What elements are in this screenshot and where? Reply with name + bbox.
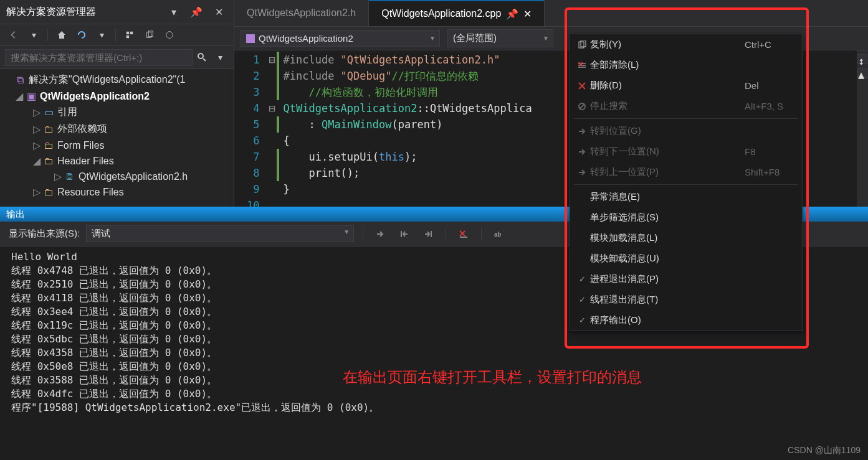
tree-item[interactable]: ◢🗀Header Files (0, 153, 234, 169)
split-icon[interactable]: ↕ (857, 54, 867, 64)
cpp-icon (246, 34, 255, 43)
check-icon (574, 275, 590, 284)
solution-explorer-title: 解决方案资源管理器 (6, 6, 96, 19)
solution-explorer-header: 解决方案资源管理器 ▾ 📌 ✕ (0, 0, 234, 24)
delete-icon (574, 82, 590, 90)
tree-item[interactable]: ◢▣QtWidgetsApplication2 (0, 88, 234, 104)
editor-tabs: QtWidgetsApplication2.hQtWidgetsApplicat… (234, 0, 868, 26)
show-all-icon[interactable] (121, 27, 138, 43)
back-icon[interactable] (5, 27, 22, 43)
tree-item[interactable]: ▷🗀Form Files (0, 138, 234, 153)
solution-tree: ⧉解决方案"QtWidgetsApplication2"(1◢▣QtWidget… (0, 69, 234, 207)
svg-line-22 (579, 104, 584, 109)
clear-icon (574, 61, 590, 70)
watermark: CSDN @山南1109 (788, 445, 861, 456)
pin-icon[interactable]: 📌 (188, 4, 205, 20)
check-icon (574, 316, 590, 325)
close-icon[interactable]: ✕ (523, 8, 532, 20)
tree-item[interactable]: ▷🗀Resource Files (0, 184, 234, 200)
dropdown-icon[interactable]: ▾ (93, 27, 110, 43)
editor-tab[interactable]: QtWidgetsApplication2.h (234, 0, 369, 26)
search-input[interactable] (5, 49, 193, 66)
solution-toolbar: ▾ ▾ (0, 24, 234, 46)
output-source-combo[interactable]: 调试 ▼ (86, 225, 354, 242)
chevron-down-icon: ▼ (543, 35, 549, 42)
context-menu-item[interactable]: 全部清除(L) (570, 55, 802, 75)
prev-icon[interactable] (396, 226, 413, 242)
chevron-down-icon: ▼ (343, 228, 350, 235)
nav-icon[interactable]: ▲ (857, 68, 867, 78)
editor-tab[interactable]: QtWidgetsApplication2.cpp📌✕ (369, 0, 545, 26)
search-icon[interactable] (193, 49, 211, 66)
context-menu-item: 转到下一位置(N)F8 (570, 141, 802, 162)
stop-icon (574, 102, 590, 111)
goto-icon[interactable] (372, 226, 389, 242)
context-menu-item[interactable]: 进程退出消息(P) (570, 269, 802, 289)
context-menu-item[interactable]: 模块加载消息(L) (570, 228, 802, 248)
context-menu-item: 转到位置(G) (570, 121, 802, 141)
tree-item[interactable]: ▷▭引用 (0, 104, 234, 121)
home-icon[interactable] (53, 27, 70, 43)
search-row: ▾ (0, 46, 234, 69)
context-menu-item[interactable]: 复制(Y)Ctrl+C (570, 34, 802, 55)
right-gutter: ↕ ▲ (857, 50, 868, 207)
project-combo[interactable]: QtWidgetsApplication2 ▼ (241, 30, 440, 47)
scope-combo[interactable]: (全局范围) ▼ (447, 29, 553, 47)
clear-icon[interactable] (455, 226, 472, 242)
svg-rect-1 (130, 32, 133, 34)
svg-rect-0 (126, 32, 129, 34)
context-menu-item[interactable]: 异常消息(E) (570, 187, 802, 207)
context-menu-item[interactable]: 单步筛选消息(S) (570, 207, 802, 228)
svg-point-5 (198, 54, 203, 59)
copy-icon (574, 40, 590, 49)
context-menu-item[interactable]: 模块卸载消息(U) (570, 248, 802, 269)
chevron-down-icon: ▼ (429, 35, 436, 42)
context-menu-item: 停止搜索Alt+F3, S (570, 96, 802, 116)
close-icon[interactable]: ✕ (210, 4, 227, 20)
properties-icon[interactable] (161, 27, 178, 43)
next-icon[interactable] (419, 226, 437, 242)
line-numbers: 12345678910 (234, 50, 267, 207)
svg-line-6 (203, 59, 206, 61)
sync-icon[interactable] (73, 27, 90, 43)
next-icon (574, 148, 590, 156)
tree-item[interactable]: ⧉解决方案"QtWidgetsApplication2"(1 (0, 72, 234, 88)
context-menu-item[interactable]: 删除(D)Del (570, 75, 802, 96)
wrap-icon[interactable]: ab (490, 226, 508, 242)
tree-item[interactable]: ▷🗀外部依赖项 (0, 121, 234, 138)
solution-explorer: 解决方案资源管理器 ▾ 📌 ✕ ▾ ▾ (0, 0, 234, 207)
check-icon (574, 295, 590, 304)
svg-rect-7 (246, 34, 255, 43)
context-menu-item[interactable]: 线程退出消息(T) (570, 289, 802, 310)
dropdown-icon[interactable]: ▾ (211, 49, 229, 65)
context-menu: 复制(Y)Ctrl+C全部清除(L)删除(D)Del停止搜索Alt+F3, S转… (570, 34, 803, 331)
context-menu-item[interactable]: 程序输出(O) (570, 310, 802, 331)
svg-text:ab: ab (494, 231, 502, 238)
output-source-label: 显示输出来源(S): (9, 228, 80, 240)
goto-icon (574, 127, 590, 136)
annotation-text: 在输出页面右键打开工具栏，设置打印的消息 (343, 367, 642, 387)
pin-icon[interactable]: 📌 (506, 8, 518, 20)
tree-item[interactable]: ▷🗎QtWidgetsApplication2.h (0, 169, 234, 184)
dropdown-icon[interactable]: ▾ (165, 4, 183, 20)
forward-icon[interactable]: ▾ (25, 27, 42, 43)
prev-icon (574, 168, 590, 177)
svg-rect-2 (126, 35, 129, 38)
context-menu-item: 转到上一位置(P)Shift+F8 (570, 162, 802, 182)
copy-icon[interactable] (141, 27, 158, 43)
